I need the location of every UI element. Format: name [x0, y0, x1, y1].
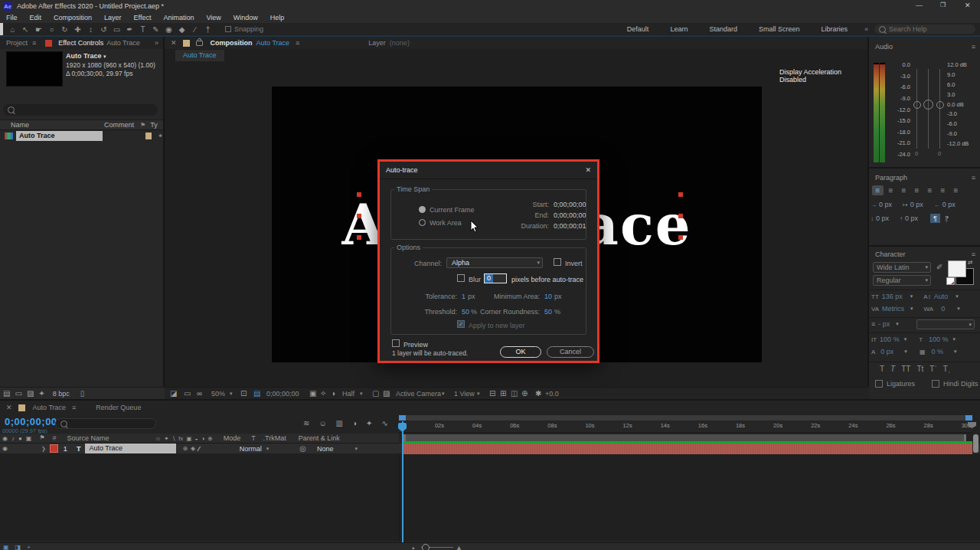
lock-icon[interactable] [196, 41, 203, 46]
comp-mini-flowchart-icon[interactable]: ≋ [303, 420, 309, 427]
trkmat-column[interactable]: T .TrkMat [251, 434, 286, 442]
tab-layer[interactable]: Layer [368, 39, 386, 47]
motion-blur-toggle-icon[interactable]: ◨ [15, 544, 21, 550]
menu-item[interactable]: File [0, 14, 24, 21]
space-after-field[interactable]: 0 px [905, 214, 918, 222]
mask-visibility-icon[interactable]: ▭ [184, 390, 191, 398]
blur-checkbox[interactable] [457, 274, 465, 282]
snapping-checkbox[interactable] [225, 26, 231, 32]
stroke-width-field[interactable]: - px [878, 320, 890, 328]
indent-left-field[interactable]: 0 px [879, 201, 892, 208]
timeline-zoom-knob[interactable] [422, 544, 430, 550]
chevron-down-icon[interactable]: ▾ [953, 336, 956, 342]
quality-switch-icon[interactable]: ∖ [172, 435, 176, 442]
project-row[interactable]: Auto Trace ⚭ [0, 130, 163, 141]
audio-fader-knob[interactable] [936, 101, 944, 109]
tab-project[interactable]: Project [6, 39, 28, 47]
end-value[interactable]: 0;00;00;00 [554, 211, 586, 219]
workspace-overflow-icon[interactable]: » [858, 25, 874, 33]
camera-view-dropdown[interactable]: Active Camera [396, 390, 441, 398]
paragraph-panel-menu-icon[interactable]: ≡ [972, 174, 975, 182]
current-timecode[interactable]: 0;00;00;00 [5, 416, 57, 427]
nav-strip-end[interactable] [965, 415, 972, 421]
ok-button[interactable]: OK [500, 346, 541, 358]
panel-close-icon[interactable]: ✕ [171, 39, 177, 47]
exposure-value[interactable]: +0.0 [545, 390, 559, 398]
adjustment-switch-icon[interactable]: ◑ [201, 435, 205, 442]
transparency-grid-icon[interactable]: ▨ [383, 390, 390, 398]
brush-tool-icon[interactable]: ✎ [149, 25, 162, 34]
menu-item[interactable]: Window [227, 14, 264, 21]
show-snapshot-icon[interactable]: ✧ [320, 390, 326, 398]
threed-switch-icon[interactable]: ⊕ [207, 435, 212, 442]
indent-right-field[interactable]: 0 px [942, 201, 956, 208]
orbit-camera-tool-icon[interactable]: ↻ [58, 25, 71, 34]
duration-value[interactable]: 0;00;00;01 [554, 222, 586, 230]
menu-item[interactable]: Help [264, 14, 291, 21]
menu-item[interactable]: Layer [98, 14, 128, 21]
view-layout-dropdown[interactable]: 1 View [454, 390, 475, 398]
timeline-panel-menu-icon[interactable]: ≡ [72, 404, 76, 411]
maximize-button[interactable]: ❐ [940, 2, 946, 8]
indent-first-field[interactable]: 0 px [910, 201, 923, 208]
snapshot-icon[interactable]: ▣ [309, 390, 316, 398]
project-panel-overflow-icon[interactable]: » [155, 39, 158, 47]
stroke-style-dropdown[interactable]: ▾ [916, 319, 975, 329]
threshold-value[interactable]: 50 [462, 308, 469, 316]
fast-previews-icon[interactable]: ⊞ [500, 390, 506, 398]
parent-pickwhip-icon[interactable]: ◎ [299, 445, 306, 453]
layer-label-color[interactable] [50, 444, 58, 453]
chevron-down-icon[interactable]: ▾ [910, 306, 913, 312]
time-ruler[interactable]: 0s02s04s06s08s10s12s14s16s18s20s22s24s26… [399, 421, 972, 433]
roto-brush-tool-icon[interactable]: ∕ [188, 25, 201, 34]
zoom-in-mountain-icon[interactable]: ▲ [456, 544, 462, 550]
pen-tool-icon[interactable]: ✒ [123, 25, 136, 34]
fill-color-swatch[interactable] [948, 260, 966, 277]
audio-panel-title[interactable]: Audio [875, 43, 893, 51]
space-before-field[interactable]: 0 px [876, 214, 889, 222]
composition-subtab[interactable]: Auto Trace [175, 50, 224, 61]
magnification-icon[interactable]: ◪ [170, 390, 177, 398]
layer-collapse-icon[interactable]: ◈ [191, 446, 195, 452]
workspace-tab[interactable]: Small Screen [748, 25, 811, 33]
comp-panel-menu-icon[interactable]: ≡ [296, 39, 299, 47]
render-queue-tab[interactable]: Render Queue [96, 404, 141, 411]
direction-ltr-button[interactable]: ¶ [930, 214, 940, 223]
selection-handle[interactable] [678, 192, 683, 197]
layer-visibility-icon[interactable]: ◉ [2, 446, 8, 452]
font-style-dropdown[interactable]: Regular ▾ [873, 275, 931, 286]
viewer-timecode[interactable]: 0;00;00;00 [266, 390, 299, 398]
chevron-down-icon[interactable]: ▾ [910, 293, 913, 300]
direction-rtl-button[interactable]: ¶ [942, 214, 952, 223]
minimum-area-value[interactable]: 10 [544, 293, 552, 300]
timeline-tracks-area[interactable] [0, 454, 980, 541]
work-area-bar[interactable] [403, 434, 966, 441]
tolerance-value[interactable]: 1 [462, 293, 466, 300]
faux-style-button[interactable]: T [890, 365, 895, 373]
project-search-input[interactable] [3, 104, 158, 116]
preview-checkbox[interactable] [392, 339, 400, 347]
lock-column-icon[interactable]: ▣ [26, 435, 32, 442]
chevron-down-icon[interactable]: ▾ [904, 349, 907, 355]
nav-strip-start[interactable] [399, 415, 406, 421]
zoom-tool-icon[interactable]: ○ [45, 25, 58, 34]
vr-view-icon[interactable]: ∞ [197, 390, 202, 398]
leading-field[interactable]: Auto [934, 293, 949, 300]
frame-blend-switch-icon[interactable]: ▣ [186, 435, 191, 442]
layer-expand-icon[interactable]: ❯ [41, 446, 46, 452]
puppet-pin-tool-icon[interactable]: † [201, 25, 214, 34]
dolly-camera-tool-icon[interactable]: ↕ [84, 25, 97, 34]
minimize-button[interactable]: — [916, 2, 923, 9]
parent-link-column[interactable]: Parent & Link [299, 434, 340, 442]
selection-handle[interactable] [357, 214, 361, 218]
font-family-dropdown[interactable]: Wide Latin ▾ [873, 262, 931, 273]
channels-icon[interactable]: ◑ [331, 390, 335, 398]
exposure-gear-icon[interactable]: ✱ [535, 390, 541, 398]
column-comment[interactable]: Comment [104, 121, 134, 129]
fill-stroke-swatches[interactable]: ⇄ [948, 260, 974, 285]
baseline-shift-field[interactable]: 0 px [880, 348, 893, 355]
align-button[interactable]: ≡ [885, 185, 897, 195]
graph-toggle-icon[interactable]: + [27, 544, 31, 550]
eyedropper-icon[interactable]: ✐ [936, 264, 942, 271]
project-row-name[interactable]: Auto Trace [16, 131, 103, 141]
